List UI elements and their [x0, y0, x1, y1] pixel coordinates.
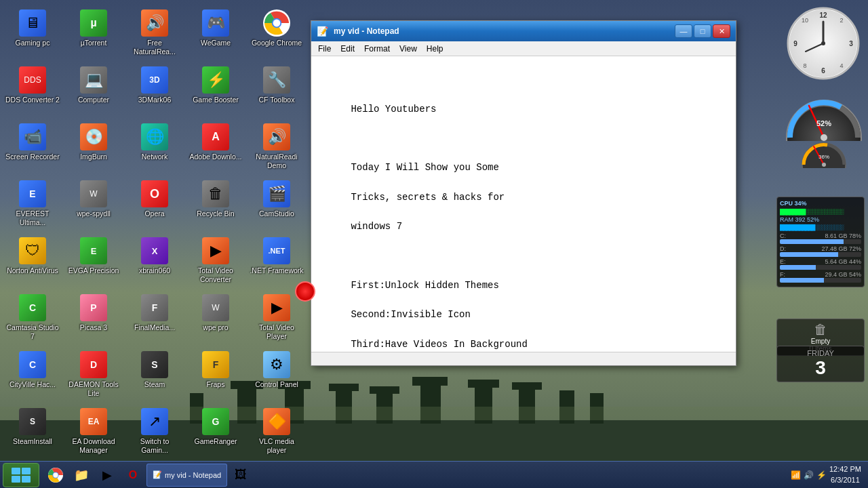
recycle-bin-icon: 🗑: [202, 180, 229, 207]
icon-xbrain[interactable]: X xbrain060: [125, 233, 184, 287]
wegame-label: WeGame: [201, 39, 231, 47]
icon-steaminstall[interactable]: S SteamInstall: [3, 404, 62, 458]
tray-network-icon: 📶: [791, 470, 801, 480]
disk-f-row: F: 29.4 GB 54%: [780, 271, 861, 278]
icon-recycle-bin[interactable]: 🗑 Recycle Bin: [186, 176, 245, 230]
icon-cftoolbox[interactable]: 🔧 CF Toolbox: [247, 62, 307, 117]
icon-finalmedia[interactable]: F FinalMedia...: [125, 290, 184, 344]
icon-3dmark[interactable]: 3D 3DMark06: [125, 62, 184, 117]
icon-camstudio[interactable]: 🎬 CamStudio: [247, 176, 307, 230]
menu-edit[interactable]: Edit: [336, 43, 359, 55]
svg-text:9: 9: [793, 40, 797, 47]
menu-help[interactable]: Help: [422, 43, 448, 55]
tray-clock: 12:42 PM: [829, 464, 861, 474]
sysmon-cpu-row: ████████░░░░░░░░░░░░: [780, 209, 861, 215]
icon-utorrent[interactable]: µ µTorrent: [64, 5, 123, 60]
disk-d-bar: [780, 252, 838, 257]
finalmedia-label: FinalMedia...: [134, 323, 175, 332]
taskbar-media-player[interactable]: ▶: [95, 464, 119, 487]
disk-c-label: C:: [780, 232, 786, 239]
icon-wpe-spydll[interactable]: W wpe-spydll: [64, 176, 123, 230]
svg-rect-43: [12, 468, 20, 474]
notepad-content[interactable]: Hello Youtubers Today I Will Show you So…: [311, 56, 736, 352]
notepad-titlebar[interactable]: 📝 my vid - Notepad — □ ✕: [311, 21, 736, 41]
icon-camtasia[interactable]: C Camtasia Studio 7: [3, 290, 62, 344]
icon-evga[interactable]: E EVGA Precision: [64, 233, 123, 287]
svg-text:8: 8: [803, 62, 806, 69]
svg-text:3: 3: [849, 40, 853, 47]
total-video-converter-label: Total Video Converter: [188, 266, 243, 283]
taskbar-opera[interactable]: O: [121, 464, 145, 487]
icon-screen-recorder[interactable]: 📹 Screen Recorder: [3, 119, 62, 174]
icon-total-video-converter[interactable]: ▶ Total Video Converter: [186, 233, 245, 287]
gaming-pc-icon: 🖥: [19, 9, 46, 37]
disk-e-row: E: 5.64 GB 44%: [780, 258, 861, 265]
icon-control-panel[interactable]: ⚙ Control Panel: [247, 347, 307, 401]
cftoolbox-label: CF Toolbox: [259, 96, 295, 104]
icon-net-framework[interactable]: .NET .NET Framework: [247, 233, 307, 287]
wpe-pro-label: wpe pro: [203, 323, 228, 332]
close-button[interactable]: ✕: [713, 24, 730, 38]
icon-daemon-tools[interactable]: D DAEMON Tools Lite: [64, 347, 123, 401]
game-booster-icon: ⚡: [202, 66, 229, 94]
icon-game-booster[interactable]: ⚡ Game Booster: [186, 62, 245, 117]
disk-d-bar-bg: [780, 252, 861, 257]
icon-everest[interactable]: E EVEREST Ultima...: [3, 176, 62, 230]
maximize-button[interactable]: □: [694, 24, 711, 38]
icon-steam[interactable]: S Steam: [125, 347, 184, 401]
screen-recorder-icon: 📹: [19, 123, 46, 150]
icon-picasa[interactable]: P Picasa 3: [64, 290, 123, 344]
icon-vlc[interactable]: 🔶 VLC media player: [247, 404, 307, 458]
icon-naturalreader-demo[interactable]: 🔊 NaturalReadi Demo: [247, 119, 307, 174]
icon-cityville[interactable]: C CityVille Hac...: [3, 347, 62, 401]
tray-time[interactable]: 12:42 PM 6/3/2011: [829, 464, 861, 485]
notepad-menubar: File Edit Format View Help: [311, 41, 736, 56]
icon-ea-download[interactable]: EA EA Download Manager: [64, 404, 123, 458]
minimize-button[interactable]: —: [675, 24, 692, 38]
icon-gaming-pc[interactable]: 🖥 Gaming pc: [3, 5, 62, 60]
icon-norton[interactable]: 🛡 Norton AntiVirus: [3, 233, 62, 287]
tray-icons: 📶 🔊 ⚡: [791, 470, 827, 480]
date-number: 3: [780, 357, 861, 379]
svg-point-21: [273, 20, 281, 27]
taskbar-explorer[interactable]: 📁: [69, 464, 94, 487]
disk-c-bar: [780, 239, 844, 244]
icon-adobe[interactable]: A Adobe Downlo...: [186, 119, 245, 174]
sysmon-ram-row: ███████████░░░░░░░░░: [780, 224, 861, 230]
menu-file[interactable]: File: [314, 43, 335, 55]
switch-gaming-icon: ↗: [141, 408, 168, 435]
cftoolbox-icon: 🔧: [263, 66, 290, 94]
steam-icon: S: [141, 351, 168, 378]
icon-wpe-pro[interactable]: W wpe pro: [186, 290, 245, 344]
cpu-bars: ████████░░░░░░░░░░░░: [780, 209, 843, 215]
taskbar-notepad-icon: 📝: [153, 470, 162, 479]
icon-network[interactable]: 🌐 Network: [125, 119, 184, 174]
icon-computer[interactable]: 💻 Computer: [64, 62, 123, 117]
icon-dds-converter[interactable]: DDS DDS Converter 2: [3, 62, 62, 117]
icon-switch-gaming[interactable]: ↗ Switch to Gamin...: [125, 404, 184, 458]
norton-icon: 🛡: [19, 237, 46, 264]
taskbar-chrome[interactable]: [43, 464, 68, 487]
line-4: Tricks, secrets & hacks for: [351, 192, 505, 203]
icon-fraps[interactable]: F Fraps: [186, 347, 245, 401]
menu-format[interactable]: Format: [360, 43, 394, 55]
svg-rect-45: [12, 476, 20, 483]
menu-view[interactable]: View: [395, 43, 421, 55]
taskbar-other[interactable]: 🖼: [229, 464, 253, 487]
svg-rect-44: [22, 468, 31, 474]
svg-text:2: 2: [840, 17, 843, 24]
gaming-pc-label: Gaming pc: [16, 39, 50, 47]
svg-text:10: 10: [802, 17, 808, 24]
icon-wegame[interactable]: 🎮 WeGame: [186, 5, 245, 60]
daemon-tools-icon: D: [80, 351, 107, 378]
total-video-player-icon: ▶: [263, 294, 290, 321]
icon-imgburn[interactable]: 💿 ImgBurn: [64, 119, 123, 174]
icon-naturalreader[interactable]: 🔊 Free NaturalRea...: [125, 5, 184, 60]
taskbar-notepad[interactable]: 📝 my vid - Notepad: [146, 464, 227, 487]
icon-gameranger[interactable]: G GameRanger: [186, 404, 245, 458]
icon-google-chrome[interactable]: Google Chrome: [247, 5, 307, 60]
start-button[interactable]: [3, 463, 39, 487]
svg-rect-8: [370, 386, 399, 394]
icon-opera[interactable]: O Opera: [125, 176, 184, 230]
gameranger-label: GameRanger: [194, 437, 237, 446]
